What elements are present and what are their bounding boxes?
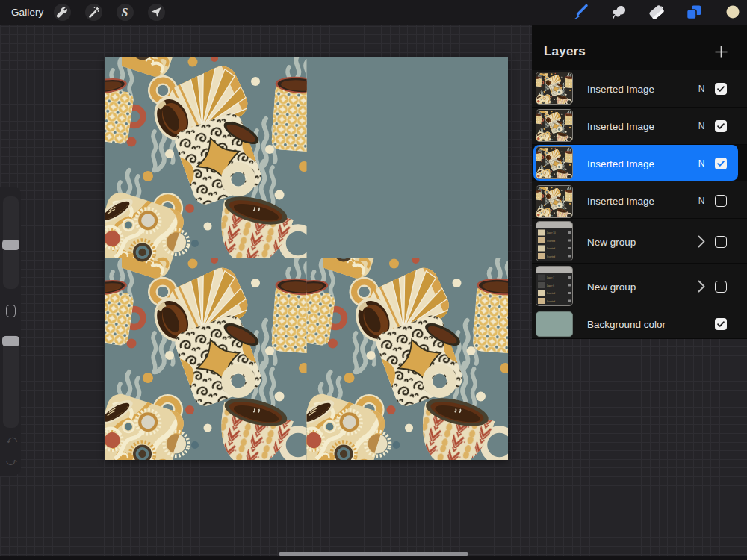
svg-text:Layer 7: Layer 7 (547, 276, 554, 279)
svg-text:Inserted: Inserted (547, 240, 555, 243)
svg-text:Inserted: Inserted (547, 292, 555, 295)
svg-text:Inserted: Inserted (547, 255, 555, 258)
svg-text:Inserted: Inserted (547, 247, 555, 250)
svg-text:Inserted: Inserted (547, 300, 555, 303)
svg-text:S: S (122, 6, 128, 19)
svg-text:Layer 6: Layer 6 (547, 284, 554, 287)
svg-text:Layer 10: Layer 10 (547, 231, 556, 234)
